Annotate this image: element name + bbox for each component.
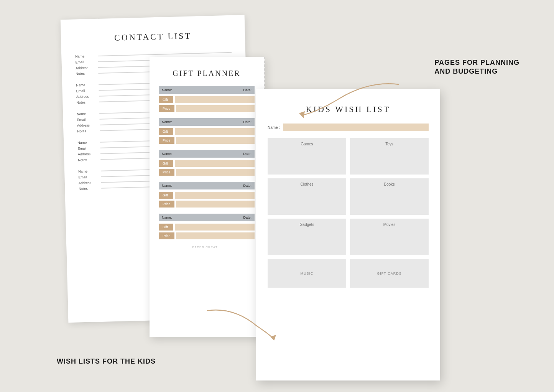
- gift-date-label-1: Date:: [243, 88, 252, 92]
- gift-name-label-1: Name:: [162, 88, 172, 92]
- gift-block-5: Name: Date: Gift Price: [159, 214, 255, 239]
- gift-cards-label: GIFT CARDS: [377, 272, 401, 275]
- bottom-left-annotation: WISH LISTS FOR THE KIDS: [57, 357, 156, 366]
- wish-name-row: Name :: [268, 124, 429, 131]
- name-label: Name: [75, 54, 96, 58]
- wish-name-label: Name :: [268, 125, 280, 130]
- gift-block-2: Name: Date: Gift Price: [159, 118, 255, 144]
- wish-cell-toys: Toys: [350, 138, 429, 175]
- wish-cell-clothes: Clothes: [268, 178, 346, 215]
- games-label: Games: [301, 142, 313, 146]
- gift-planner-page: GIFT PLANNER Name: Date: Gift Price Name…: [150, 57, 265, 337]
- email-label: Email: [76, 60, 97, 64]
- wish-cell-gift-cards: GIFT CARDS: [350, 259, 429, 288]
- wish-name-field: [283, 124, 429, 131]
- svg-marker-0: [299, 111, 305, 118]
- toys-label: Toys: [385, 142, 393, 146]
- gift-block-4: Name: Date: Gift Price: [159, 182, 255, 208]
- gift-block-1: Name: Date: Gift Price: [159, 86, 255, 112]
- wish-cell-music: MUSIC: [268, 259, 346, 288]
- gift-block-3: Name: Date: Gift Price: [159, 150, 255, 176]
- wish-bottom-grid: MUSIC GIFT CARDS: [268, 259, 429, 288]
- books-label: Books: [384, 182, 395, 186]
- contact-list-title: CONTACT LIST: [75, 30, 232, 44]
- notes-label: Notes: [76, 71, 97, 76]
- music-label: MUSIC: [301, 272, 314, 275]
- wish-main-grid: Games Toys Clothes Books Gadgets Movies: [268, 138, 429, 255]
- top-right-arrow: [268, 77, 406, 123]
- address-label: Address: [76, 66, 97, 70]
- movies-label: Movies: [383, 222, 396, 227]
- gadgets-label: Gadgets: [300, 222, 314, 227]
- bottom-left-arrow: [188, 303, 284, 341]
- svg-marker-1: [270, 335, 276, 341]
- gift-label: Gift: [159, 96, 173, 103]
- pages-planning-text: PAGES FOR PLANNINGAND BUDGETING: [434, 58, 519, 76]
- gift-footer: PAPER.CREAT...: [159, 245, 255, 249]
- wish-cell-gadgets: Gadgets: [268, 219, 346, 255]
- wish-lists-kids-text: WISH LISTS FOR THE KIDS: [57, 357, 156, 366]
- gift-planner-title: GIFT PLANNER: [159, 69, 255, 78]
- wish-cell-games: Games: [268, 138, 346, 175]
- price-label: Price: [159, 105, 174, 112]
- wish-cell-movies: Movies: [350, 219, 429, 255]
- clothes-label: Clothes: [301, 182, 314, 186]
- kids-wish-list-page: KIDS WISH LIST Name : Games Toys Clothes…: [256, 89, 440, 380]
- top-right-annotation: PAGES FOR PLANNINGAND BUDGETING: [434, 58, 519, 76]
- wish-cell-books: Books: [350, 178, 429, 215]
